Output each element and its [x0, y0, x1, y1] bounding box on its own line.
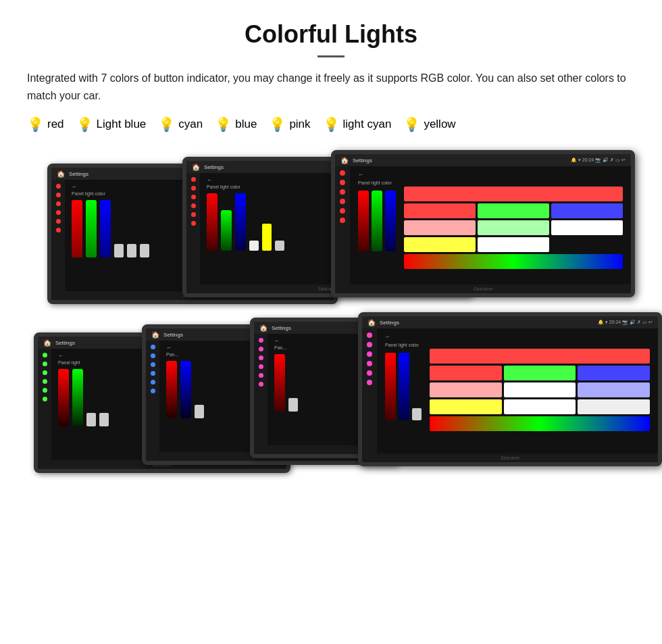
yellow-bulb-icon: 💡 [403, 118, 420, 131]
page-title: Colorful Lights [27, 20, 635, 49]
color-label-pink: pink [289, 118, 310, 131]
color-item-red: 💡 red [27, 118, 64, 131]
color-item-yellow: 💡 yellow [403, 118, 455, 131]
cyan-bulb-icon: 💡 [158, 118, 175, 131]
color-label-blue: blue [235, 118, 257, 131]
color-label-cyan: cyan [178, 118, 203, 131]
color-indicators-row: 💡 red 💡 Light blue 💡 cyan 💡 blue 💡 pink … [27, 118, 635, 131]
page-container: Colorful Lights Integrated with 7 colors… [0, 0, 662, 522]
header-section: Colorful Lights Integrated with 7 colors… [27, 20, 635, 104]
seicane-label-bottom4: Seicane [362, 453, 658, 462]
color-item-cyan: 💡 cyan [158, 118, 203, 131]
color-item-lightblue: 💡 Light blue [76, 118, 147, 131]
topbar-settings-3: Settings [353, 157, 567, 164]
bottom-device-4: 🏠 Settings 🔔 ▾ 20:24 📷 🔊 ✗ ▭ ↩ [358, 312, 662, 466]
color-label-lightcyan: light cyan [343, 118, 392, 131]
color-item-lightcyan: 💡 light cyan [323, 118, 392, 131]
lightcyan-bulb-icon: 💡 [323, 118, 340, 131]
bottom-devices-row: 🏠 Settings ⚙ ✦ ← Panel lig [27, 312, 635, 495]
color-item-blue: 💡 blue [215, 118, 257, 131]
description-text: Integrated with 7 colors of button indic… [27, 70, 635, 104]
blue-bulb-icon: 💡 [215, 118, 232, 131]
title-divider [317, 55, 345, 57]
top-devices-row: 🏠 Settings ⚙ ✦ ← Panel lig [27, 150, 635, 305]
pink-bulb-icon: 💡 [269, 118, 286, 131]
top-device-3: 🏠 Settings 🔔 ▾ 20:24 📷 🔊 ✗ ▭ ↩ [331, 150, 635, 297]
color-label-yellow: yellow [424, 118, 455, 131]
lightblue-bulb-icon: 💡 [76, 118, 93, 131]
red-bulb-icon: 💡 [27, 118, 44, 131]
color-label-lightblue: Light blue [97, 118, 147, 131]
color-item-pink: 💡 pink [269, 118, 310, 131]
color-label-red: red [47, 118, 64, 131]
